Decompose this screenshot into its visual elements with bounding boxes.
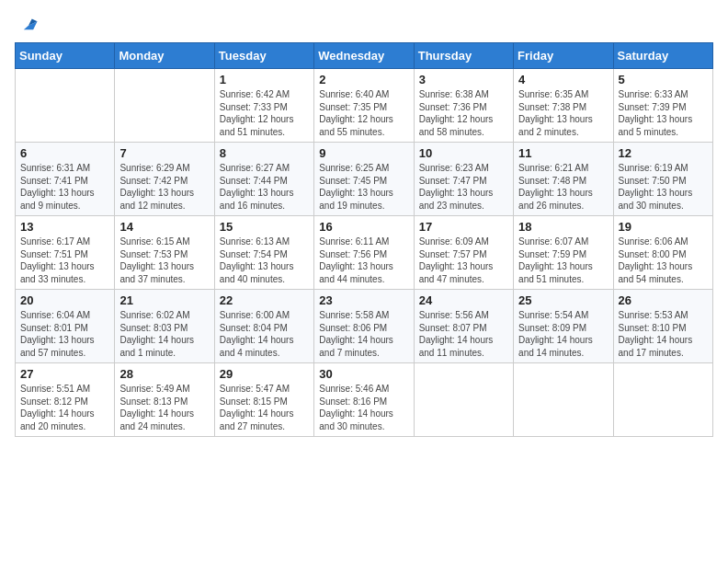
calendar-cell: 8Sunrise: 6:27 AM Sunset: 7:44 PM Daylig… xyxy=(214,143,313,216)
calendar-cell: 7Sunrise: 6:29 AM Sunset: 7:42 PM Daylig… xyxy=(115,143,214,216)
day-info: Sunrise: 6:42 AM Sunset: 7:33 PM Dayligh… xyxy=(220,88,309,138)
weekday-friday: Friday xyxy=(514,43,613,69)
day-number: 12 xyxy=(619,146,708,160)
weekday-sunday: Sunday xyxy=(16,43,115,69)
calendar-cell: 14Sunrise: 6:15 AM Sunset: 7:53 PM Dayli… xyxy=(115,216,214,290)
day-number: 19 xyxy=(619,220,708,234)
day-info: Sunrise: 6:27 AM Sunset: 7:44 PM Dayligh… xyxy=(220,162,309,212)
calendar-body: 1Sunrise: 6:42 AM Sunset: 7:33 PM Daylig… xyxy=(16,69,713,437)
calendar-cell: 13Sunrise: 6:17 AM Sunset: 7:51 PM Dayli… xyxy=(16,216,115,290)
calendar-cell: 18Sunrise: 6:07 AM Sunset: 7:59 PM Dayli… xyxy=(514,216,613,290)
calendar-cell xyxy=(514,363,613,437)
week-row-5: 27Sunrise: 5:51 AM Sunset: 8:12 PM Dayli… xyxy=(16,363,713,437)
day-number: 14 xyxy=(119,220,209,234)
day-number: 3 xyxy=(419,73,508,86)
weekday-tuesday: Tuesday xyxy=(214,43,313,69)
day-number: 23 xyxy=(319,293,408,307)
day-info: Sunrise: 6:38 AM Sunset: 7:36 PM Dayligh… xyxy=(419,88,508,138)
calendar-cell: 10Sunrise: 6:23 AM Sunset: 7:47 PM Dayli… xyxy=(414,143,513,216)
day-number: 24 xyxy=(419,293,508,307)
day-info: Sunrise: 5:56 AM Sunset: 8:07 PM Dayligh… xyxy=(419,309,508,359)
calendar-cell: 12Sunrise: 6:19 AM Sunset: 7:50 PM Dayli… xyxy=(613,143,712,216)
day-number: 7 xyxy=(119,146,209,160)
day-info: Sunrise: 6:17 AM Sunset: 7:51 PM Dayligh… xyxy=(20,236,109,285)
day-number: 29 xyxy=(220,367,309,381)
calendar-cell: 2Sunrise: 6:40 AM Sunset: 7:35 PM Daylig… xyxy=(314,69,414,143)
day-number: 16 xyxy=(319,220,408,234)
day-info: Sunrise: 5:54 AM Sunset: 8:09 PM Dayligh… xyxy=(518,309,608,359)
calendar-cell: 1Sunrise: 6:42 AM Sunset: 7:33 PM Daylig… xyxy=(214,69,313,143)
calendar-cell: 9Sunrise: 6:25 AM Sunset: 7:45 PM Daylig… xyxy=(314,143,414,216)
day-info: Sunrise: 6:11 AM Sunset: 7:56 PM Dayligh… xyxy=(319,236,408,285)
day-info: Sunrise: 6:29 AM Sunset: 7:42 PM Dayligh… xyxy=(119,162,209,212)
logo-icon xyxy=(18,15,39,35)
week-row-4: 20Sunrise: 6:04 AM Sunset: 8:01 PM Dayli… xyxy=(16,290,713,363)
day-info: Sunrise: 6:31 AM Sunset: 7:41 PM Dayligh… xyxy=(20,162,109,212)
day-number: 9 xyxy=(319,146,408,160)
calendar-cell: 3Sunrise: 6:38 AM Sunset: 7:36 PM Daylig… xyxy=(414,69,513,143)
calendar-cell: 16Sunrise: 6:11 AM Sunset: 7:56 PM Dayli… xyxy=(314,216,414,290)
calendar-cell: 24Sunrise: 5:56 AM Sunset: 8:07 PM Dayli… xyxy=(414,290,513,363)
calendar-cell: 20Sunrise: 6:04 AM Sunset: 8:01 PM Dayli… xyxy=(16,290,115,363)
calendar-cell: 27Sunrise: 5:51 AM Sunset: 8:12 PM Dayli… xyxy=(16,363,115,437)
day-number: 30 xyxy=(319,367,408,381)
weekday-wednesday: Wednesday xyxy=(314,43,414,69)
weekday-thursday: Thursday xyxy=(414,43,513,69)
day-number: 26 xyxy=(619,293,708,307)
day-info: Sunrise: 5:51 AM Sunset: 8:12 PM Dayligh… xyxy=(20,383,109,432)
calendar-cell: 25Sunrise: 5:54 AM Sunset: 8:09 PM Dayli… xyxy=(514,290,613,363)
day-number: 13 xyxy=(20,220,109,234)
calendar-cell: 11Sunrise: 6:21 AM Sunset: 7:48 PM Dayli… xyxy=(514,143,613,216)
day-info: Sunrise: 5:53 AM Sunset: 8:10 PM Dayligh… xyxy=(619,309,708,359)
day-number: 5 xyxy=(619,73,708,86)
week-row-1: 1Sunrise: 6:42 AM Sunset: 7:33 PM Daylig… xyxy=(16,69,713,143)
calendar-cell: 6Sunrise: 6:31 AM Sunset: 7:41 PM Daylig… xyxy=(16,143,115,216)
day-info: Sunrise: 5:58 AM Sunset: 8:06 PM Dayligh… xyxy=(319,309,408,359)
calendar-cell: 4Sunrise: 6:35 AM Sunset: 7:38 PM Daylig… xyxy=(514,69,613,143)
day-info: Sunrise: 6:06 AM Sunset: 8:00 PM Dayligh… xyxy=(619,236,708,285)
calendar-cell: 15Sunrise: 6:13 AM Sunset: 7:54 PM Dayli… xyxy=(214,216,313,290)
day-number: 4 xyxy=(518,73,608,86)
weekday-header-row: SundayMondayTuesdayWednesdayThursdayFrid… xyxy=(16,43,713,69)
week-row-2: 6Sunrise: 6:31 AM Sunset: 7:41 PM Daylig… xyxy=(16,143,713,216)
logo xyxy=(15,15,39,35)
calendar-cell: 28Sunrise: 5:49 AM Sunset: 8:13 PM Dayli… xyxy=(115,363,214,437)
day-number: 8 xyxy=(220,146,309,160)
calendar-cell: 21Sunrise: 6:02 AM Sunset: 8:03 PM Dayli… xyxy=(115,290,214,363)
day-info: Sunrise: 6:25 AM Sunset: 7:45 PM Dayligh… xyxy=(319,162,408,212)
day-info: Sunrise: 6:02 AM Sunset: 8:03 PM Dayligh… xyxy=(119,309,209,359)
day-info: Sunrise: 5:49 AM Sunset: 8:13 PM Dayligh… xyxy=(119,383,209,432)
day-info: Sunrise: 6:40 AM Sunset: 7:35 PM Dayligh… xyxy=(319,88,408,138)
day-info: Sunrise: 5:46 AM Sunset: 8:16 PM Dayligh… xyxy=(319,383,408,432)
day-number: 2 xyxy=(319,73,408,86)
calendar-cell: 5Sunrise: 6:33 AM Sunset: 7:39 PM Daylig… xyxy=(613,69,712,143)
calendar-cell: 26Sunrise: 5:53 AM Sunset: 8:10 PM Dayli… xyxy=(613,290,712,363)
calendar-cell xyxy=(16,69,115,143)
weekday-monday: Monday xyxy=(115,43,214,69)
day-number: 1 xyxy=(220,73,309,86)
day-number: 20 xyxy=(20,293,109,307)
page-header xyxy=(15,15,713,35)
day-number: 15 xyxy=(220,220,309,234)
day-number: 21 xyxy=(119,293,209,307)
calendar-cell: 22Sunrise: 6:00 AM Sunset: 8:04 PM Dayli… xyxy=(214,290,313,363)
day-info: Sunrise: 6:00 AM Sunset: 8:04 PM Dayligh… xyxy=(220,309,309,359)
day-number: 25 xyxy=(518,293,608,307)
day-number: 10 xyxy=(419,146,508,160)
day-info: Sunrise: 6:09 AM Sunset: 7:57 PM Dayligh… xyxy=(419,236,508,285)
calendar-cell xyxy=(613,363,712,437)
day-number: 6 xyxy=(20,146,109,160)
day-info: Sunrise: 6:33 AM Sunset: 7:39 PM Dayligh… xyxy=(619,88,708,138)
calendar-cell: 30Sunrise: 5:46 AM Sunset: 8:16 PM Dayli… xyxy=(314,363,414,437)
day-info: Sunrise: 5:47 AM Sunset: 8:15 PM Dayligh… xyxy=(220,383,309,432)
day-number: 22 xyxy=(220,293,309,307)
day-number: 28 xyxy=(119,367,209,381)
day-info: Sunrise: 6:19 AM Sunset: 7:50 PM Dayligh… xyxy=(619,162,708,212)
day-number: 18 xyxy=(518,220,608,234)
calendar-cell: 17Sunrise: 6:09 AM Sunset: 7:57 PM Dayli… xyxy=(414,216,513,290)
day-info: Sunrise: 6:35 AM Sunset: 7:38 PM Dayligh… xyxy=(518,88,608,138)
day-number: 27 xyxy=(20,367,109,381)
week-row-3: 13Sunrise: 6:17 AM Sunset: 7:51 PM Dayli… xyxy=(16,216,713,290)
day-number: 11 xyxy=(518,146,608,160)
calendar-cell xyxy=(115,69,214,143)
